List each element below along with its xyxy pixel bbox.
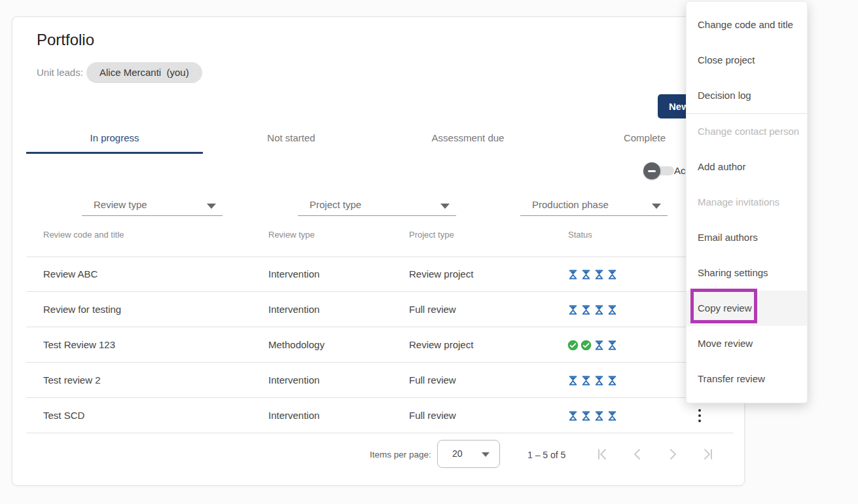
table-row[interactable]: Review ABC Intervention Review project (26, 257, 733, 292)
column-header-project-type: Project type (409, 230, 454, 240)
hourglass-icon (567, 375, 579, 386)
dropdown-caret-icon (482, 452, 490, 457)
filter-label: Review type (82, 196, 147, 213)
next-page-icon[interactable] (665, 446, 681, 462)
menu-item-transfer-review[interactable]: Transfer review (687, 361, 807, 397)
menu-item-change-contact-person: Change contact person (687, 114, 807, 149)
column-header-code-title: Review code and title (43, 230, 124, 240)
status-icons (567, 292, 618, 327)
hourglass-icon (594, 375, 605, 386)
dropdown-caret-icon (207, 204, 216, 209)
table-row[interactable]: Test Review 123 Methodology Review proje… (26, 327, 733, 363)
hourglass-icon (581, 304, 592, 315)
page-title: Portfolio (37, 30, 94, 50)
project-type: Full review (409, 398, 456, 433)
hourglass-icon (607, 304, 618, 315)
row-actions-kebab-icon[interactable] (694, 398, 705, 433)
last-page-icon[interactable] (700, 446, 716, 462)
column-header-review-type: Review type (268, 230, 315, 240)
table-row[interactable]: Review for testing Intervention Full rev… (26, 292, 733, 327)
hourglass-icon (607, 269, 618, 280)
hourglass-icon (607, 410, 618, 422)
menu-item-email-authors[interactable]: Email authors (687, 220, 807, 255)
menu-item-sharing-settings[interactable]: Sharing settings (687, 255, 807, 291)
hourglass-icon (581, 269, 592, 280)
project-type: Full review (409, 363, 456, 398)
hourglass-icon (594, 340, 605, 351)
menu-item-add-author[interactable]: Add author (687, 149, 807, 185)
table-row[interactable]: Test SCD Intervention Full review (26, 398, 733, 433)
menu-item-move-review[interactable]: Move review (687, 326, 807, 361)
status-icons (567, 257, 618, 292)
status-tabs: In progress Not started Assessment due C… (26, 124, 733, 154)
project-type-filter[interactable]: Project type (298, 196, 456, 216)
hourglass-icon (607, 340, 618, 351)
status-icons (567, 398, 618, 433)
dropdown-caret-icon (652, 204, 661, 209)
hourglass-icon (581, 375, 592, 386)
status-icons (567, 327, 618, 363)
menu-item-close-project[interactable]: Close project (687, 43, 807, 78)
project-type: Review project (409, 327, 473, 363)
hourglass-icon (607, 375, 618, 386)
review-type: Intervention (268, 363, 319, 398)
toggle-knob-minus-icon (643, 162, 660, 179)
review-title: Test review 2 (43, 363, 101, 398)
hourglass-icon (594, 304, 605, 315)
hourglass-icon (567, 304, 579, 315)
hourglass-icon (594, 269, 605, 280)
review-title: Test SCD (43, 398, 84, 433)
page-size-select[interactable]: 20 (437, 440, 500, 468)
dropdown-caret-icon (440, 204, 450, 209)
page-size-value: 20 (452, 441, 463, 467)
review-type: Intervention (268, 398, 319, 433)
unit-leads-label: Unit leads: (37, 67, 83, 79)
project-type: Review project (409, 257, 473, 292)
review-type: Methodology (268, 327, 325, 363)
hourglass-icon (581, 410, 592, 422)
review-type-filter[interactable]: Review type (82, 196, 223, 216)
table-row[interactable]: Test review 2 Intervention Full review (26, 363, 733, 398)
check-circle-icon (567, 340, 579, 351)
pagination-range: 1 – 5 of 5 (527, 450, 565, 460)
first-page-icon[interactable] (594, 446, 610, 462)
items-per-page-label: Items per page: (370, 450, 431, 459)
review-type: Intervention (268, 257, 319, 292)
project-type: Full review (409, 292, 456, 327)
review-type: Intervention (268, 292, 319, 327)
menu-item-manage-invitations: Manage invitations (687, 185, 807, 220)
menu-item-decision-log[interactable]: Decision log (687, 78, 807, 113)
tab-assessment-due[interactable]: Assessment due (380, 124, 556, 154)
status-icons (567, 363, 618, 398)
filter-label: Production phase (520, 196, 609, 213)
production-phase-filter[interactable]: Production phase (520, 196, 668, 216)
annotation-box-copy-review (690, 289, 757, 323)
previous-page-icon[interactable] (630, 446, 645, 462)
unit-lead-chip: Alice Mercanti (you) (86, 62, 202, 83)
filter-label: Project type (298, 196, 361, 213)
review-title: Review for testing (43, 292, 121, 327)
tab-in-progress[interactable]: In progress (26, 124, 203, 154)
menu-item-change-code-and-title[interactable]: Change code and title (687, 7, 807, 43)
review-title: Test Review 123 (43, 327, 115, 363)
check-circle-icon (581, 340, 592, 351)
hourglass-icon (594, 410, 605, 422)
review-title: Review ABC (43, 257, 98, 292)
hourglass-icon (567, 269, 579, 280)
row-actions-menu: Change code and title Close project Deci… (686, 1, 808, 403)
column-header-status: Status (568, 230, 592, 240)
hourglass-icon (567, 410, 579, 422)
tab-not-started[interactable]: Not started (203, 124, 380, 154)
